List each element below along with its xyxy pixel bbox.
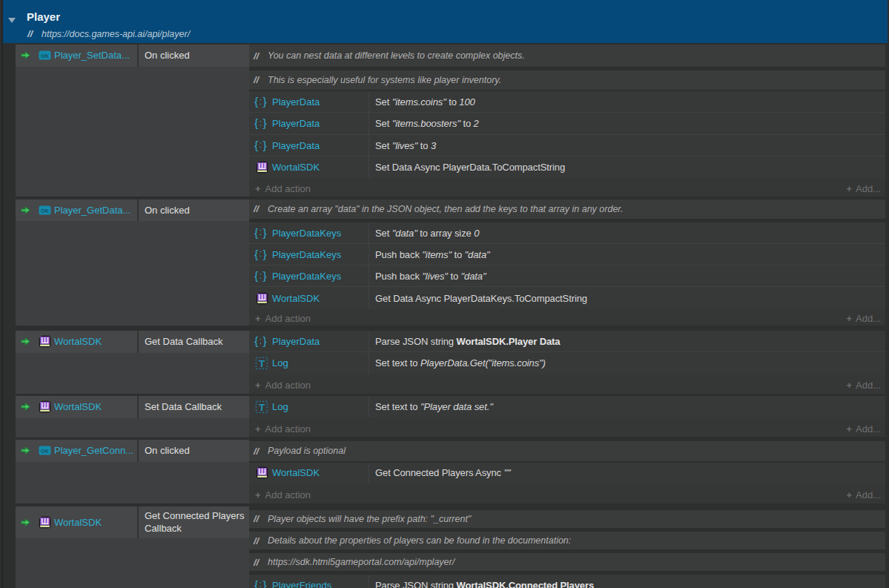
svg-text:Ш: Ш — [41, 402, 49, 411]
svg-text:OK: OK — [41, 53, 50, 59]
svg-text:Ш: Ш — [258, 468, 266, 477]
svg-text:T: T — [259, 401, 265, 412]
svg-text:Ш: Ш — [41, 517, 49, 526]
svg-text:OK: OK — [41, 207, 50, 214]
svg-text:Ш: Ш — [41, 337, 49, 346]
svg-text:Ш: Ш — [258, 293, 266, 302]
svg-text:Ш: Ш — [258, 162, 266, 171]
svg-text:OK: OK — [41, 448, 50, 455]
svg-text:T: T — [259, 358, 265, 369]
